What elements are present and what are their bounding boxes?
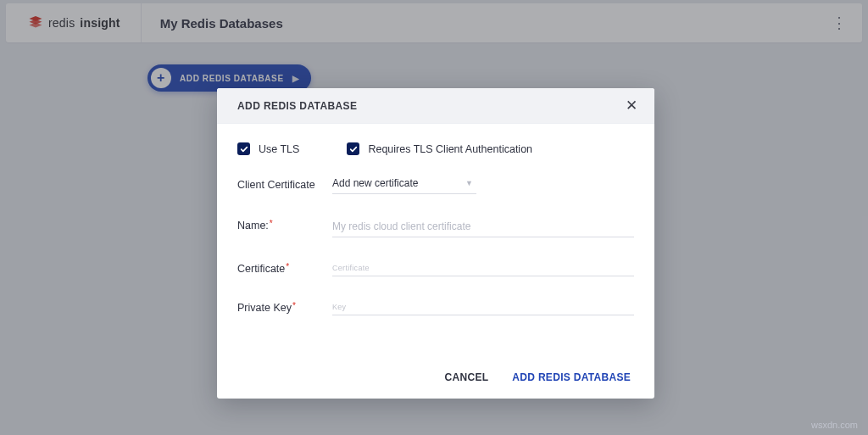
client-certificate-label: Client Certificate — [237, 177, 332, 191]
brand-text-bold: insight — [80, 16, 120, 30]
requires-tls-client-auth-checkbox[interactable]: Requires TLS Client Authentication — [347, 142, 532, 155]
client-certificate-value: Add new certificate — [332, 177, 418, 189]
redis-cube-icon — [28, 14, 43, 32]
svg-marker-2 — [30, 23, 42, 28]
close-icon[interactable]: ✕ — [620, 95, 643, 116]
add-database-modal: ADD REDIS DATABASE ✕ Use TLS Requires TL… — [217, 88, 654, 399]
plus-icon: + — [151, 68, 171, 88]
modal-header: ADD REDIS DATABASE ✕ — [217, 88, 654, 124]
modal-footer: CANCEL ADD REDIS DATABASE — [217, 363, 654, 399]
more-menu-icon[interactable]: ⋮ — [816, 15, 862, 31]
watermark: wsxdn.com — [811, 420, 858, 430]
client-certificate-select[interactable]: Add new certificate ▼ — [332, 177, 476, 194]
certificate-label: Certificate* — [237, 261, 332, 275]
private-key-label: Private Key* — [237, 300, 332, 314]
requires-tls-label: Requires TLS Client Authentication — [368, 143, 532, 155]
pill-label: ADD REDIS DATABASE — [180, 74, 284, 83]
cancel-button[interactable]: CANCEL — [445, 371, 489, 383]
certificate-input[interactable] — [332, 261, 634, 276]
brand-logo: redisinsight — [6, 3, 142, 42]
checkbox-checked-icon — [237, 142, 250, 155]
add-redis-database-submit-button[interactable]: ADD REDIS DATABASE — [512, 371, 631, 383]
checkbox-checked-icon — [347, 142, 359, 155]
chevron-right-icon: ▶ — [292, 74, 300, 83]
top-header: redisinsight My Redis Databases ⋮ — [6, 3, 862, 42]
brand-text-light: redis — [48, 16, 75, 30]
modal-body: Use TLS Requires TLS Client Authenticati… — [217, 124, 654, 363]
modal-title: ADD REDIS DATABASE — [237, 100, 357, 112]
page-title: My Redis Databases — [142, 16, 283, 31]
private-key-input[interactable] — [332, 300, 634, 315]
use-tls-label: Use TLS — [259, 143, 299, 155]
use-tls-checkbox[interactable]: Use TLS — [237, 142, 299, 155]
name-label: Name:* — [237, 218, 332, 231]
name-input[interactable] — [332, 218, 634, 237]
chevron-down-icon: ▼ — [465, 179, 473, 187]
